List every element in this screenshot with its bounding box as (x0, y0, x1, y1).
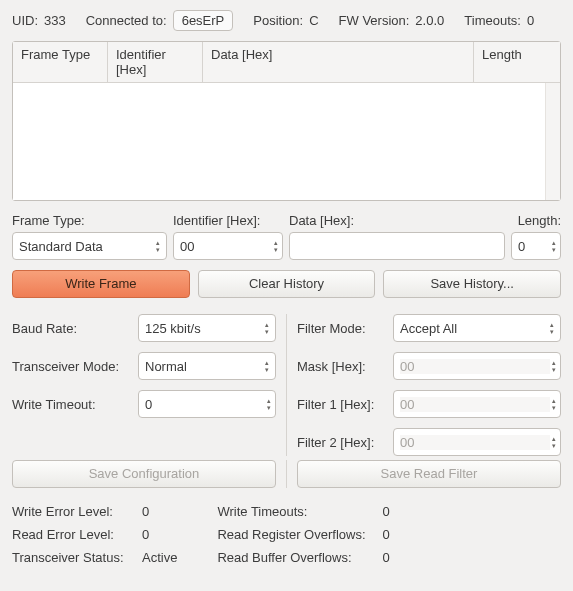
col-scroll-spacer (544, 42, 560, 82)
input-labels-row: Frame Type: Identifier [Hex]: Data [Hex]… (12, 213, 561, 228)
input-row: Standard Data ▴▾ ▴▾ ▴▾ (12, 232, 561, 260)
data-input[interactable] (289, 232, 505, 260)
transceiver-mode-label: Transceiver Mode: (12, 359, 132, 374)
length-field[interactable] (518, 239, 550, 254)
spinner-arrows-icon: ▴▾ (550, 397, 558, 411)
read-register-overflows-label: Read Register Overflows: (217, 527, 382, 542)
spinner-arrows-icon[interactable]: ▴▾ (265, 397, 273, 411)
config-section: Baud Rate: 125 kbit/s ▴▾ Transceiver Mod… (12, 314, 561, 456)
position-label: Position: (253, 13, 303, 28)
write-timeouts-label: Write Timeouts: (217, 504, 382, 519)
vertical-divider (286, 314, 287, 456)
filter-mode-label: Filter Mode: (297, 321, 387, 336)
connected-to-button[interactable]: 6esErP (173, 10, 234, 31)
table-header: Frame Type Identifier [Hex] Data [Hex] L… (13, 42, 560, 83)
save-history-button[interactable]: Save History... (383, 270, 561, 298)
col-frame-type[interactable]: Frame Type (13, 42, 108, 82)
uid-value: 333 (44, 13, 66, 28)
write-frame-button[interactable]: Write Frame (12, 270, 190, 298)
stats-left-column: Write Error Level: 0 Read Error Level: 0… (12, 504, 177, 565)
timeouts-value: 0 (527, 13, 534, 28)
data-label: Data [Hex]: (289, 213, 505, 228)
identifier-field[interactable] (180, 239, 272, 254)
vertical-divider (286, 460, 287, 488)
filter-mode-select[interactable]: Accept All ▴▾ (393, 314, 561, 342)
filter-mode-value: Accept All (400, 321, 457, 336)
write-timeout-input[interactable]: ▴▾ (138, 390, 276, 418)
config-left-column: Baud Rate: 125 kbit/s ▴▾ Transceiver Mod… (12, 314, 276, 456)
save-buttons-row: Save Configuration Save Read Filter (12, 460, 561, 488)
spinner-arrows-icon: ▴▾ (550, 435, 558, 449)
length-label: Length: (511, 213, 561, 228)
transceiver-status-label: Transceiver Status: (12, 550, 142, 565)
filter2-label: Filter 2 [Hex]: (297, 435, 387, 450)
baud-rate-value: 125 kbit/s (145, 321, 201, 336)
top-bar: UID: 333 Connected to: 6esErP Position: … (12, 10, 561, 31)
history-table: Frame Type Identifier [Hex] Data [Hex] L… (12, 41, 561, 201)
save-configuration-button[interactable]: Save Configuration (12, 460, 276, 488)
length-input[interactable]: ▴▾ (511, 232, 561, 260)
filter2-input[interactable]: ▴▾ (393, 428, 561, 456)
chevron-updown-icon: ▴▾ (548, 321, 556, 335)
fw-label: FW Version: (339, 13, 410, 28)
mask-input[interactable]: ▴▾ (393, 352, 561, 380)
read-error-level-value: 0 (142, 527, 149, 542)
filter1-field (400, 397, 550, 412)
save-read-filter-button[interactable]: Save Read Filter (297, 460, 561, 488)
read-buffer-overflows-value: 0 (382, 550, 389, 565)
baud-rate-select[interactable]: 125 kbit/s ▴▾ (138, 314, 276, 342)
action-buttons-row: Write Frame Clear History Save History..… (12, 270, 561, 298)
transceiver-status-value: Active (142, 550, 177, 565)
spinner-arrows-icon[interactable]: ▴▾ (550, 239, 558, 253)
uid-label: UID: (12, 13, 38, 28)
read-buffer-overflows-label: Read Buffer Overflows: (217, 550, 382, 565)
identifier-label: Identifier [Hex]: (173, 213, 283, 228)
read-error-level-label: Read Error Level: (12, 527, 142, 542)
write-timeouts-value: 0 (382, 504, 389, 519)
spinner-arrows-icon[interactable]: ▴▾ (272, 239, 280, 253)
clear-history-button[interactable]: Clear History (198, 270, 376, 298)
read-register-overflows-value: 0 (382, 527, 389, 542)
connected-label: Connected to: (86, 13, 167, 28)
frame-type-label: Frame Type: (12, 213, 167, 228)
chevron-updown-icon: ▴▾ (154, 239, 162, 253)
config-right-column: Filter Mode: Accept All ▴▾ Mask [Hex]: ▴… (297, 314, 561, 456)
fw-value: 2.0.0 (415, 13, 444, 28)
col-identifier[interactable]: Identifier [Hex] (108, 42, 203, 82)
vertical-scrollbar[interactable] (545, 83, 560, 200)
filter1-label: Filter 1 [Hex]: (297, 397, 387, 412)
mask-label: Mask [Hex]: (297, 359, 387, 374)
transceiver-mode-value: Normal (145, 359, 187, 374)
col-data[interactable]: Data [Hex] (203, 42, 474, 82)
chevron-updown-icon: ▴▾ (263, 359, 271, 373)
frame-type-value: Standard Data (19, 239, 103, 254)
stats-right-column: Write Timeouts: 0 Read Register Overflow… (217, 504, 389, 565)
write-error-level-value: 0 (142, 504, 149, 519)
col-length[interactable]: Length (474, 42, 544, 82)
chevron-updown-icon: ▴▾ (263, 321, 271, 335)
transceiver-mode-select[interactable]: Normal ▴▾ (138, 352, 276, 380)
table-body[interactable] (13, 83, 545, 200)
write-timeout-label: Write Timeout: (12, 397, 132, 412)
filter1-input[interactable]: ▴▾ (393, 390, 561, 418)
stats-section: Write Error Level: 0 Read Error Level: 0… (12, 504, 561, 565)
spinner-arrows-icon: ▴▾ (550, 359, 558, 373)
baud-rate-label: Baud Rate: (12, 321, 132, 336)
mask-field (400, 359, 550, 374)
timeouts-label: Timeouts: (464, 13, 521, 28)
position-value: C (309, 13, 318, 28)
write-error-level-label: Write Error Level: (12, 504, 142, 519)
filter2-field (400, 435, 550, 450)
write-timeout-field[interactable] (145, 397, 265, 412)
frame-type-select[interactable]: Standard Data ▴▾ (12, 232, 167, 260)
identifier-input[interactable]: ▴▾ (173, 232, 283, 260)
